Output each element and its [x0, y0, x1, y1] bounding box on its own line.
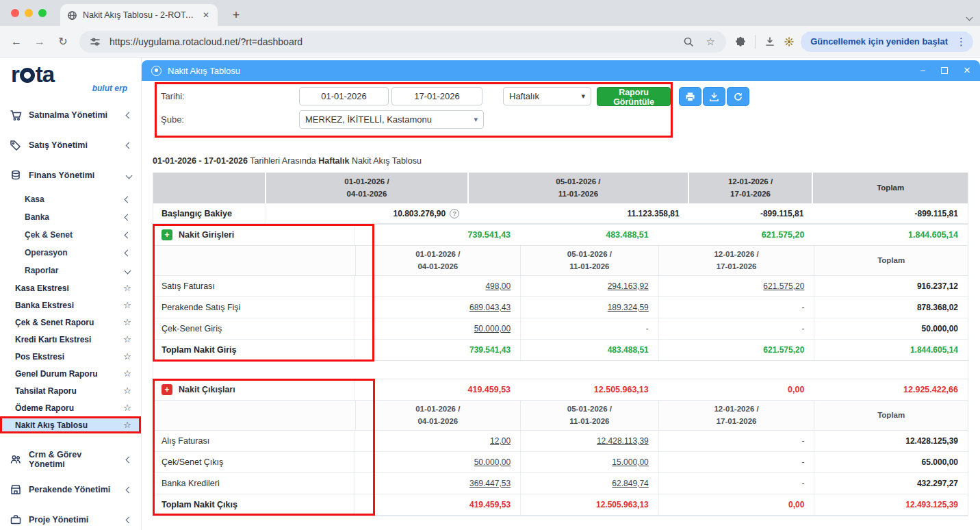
- browser-tab[interactable]: Nakit Akış Tablosu - 2-ROTA B ✕: [60, 4, 218, 26]
- cell-period-1: 12,00: [354, 431, 520, 451]
- sidebar-item-perakende[interactable]: Perakende Yönetimi: [0, 475, 141, 505]
- favorite-star-icon[interactable]: ☆: [123, 300, 131, 310]
- drilldown-link[interactable]: 498,00: [485, 281, 511, 291]
- expand-inflow-button[interactable]: +: [162, 229, 172, 240]
- inflow-summary-3: 621.575,20: [658, 225, 814, 245]
- forward-button[interactable]: →: [30, 32, 49, 51]
- drilldown-link[interactable]: 189.324,59: [608, 303, 649, 312]
- favorite-star-icon[interactable]: ☆: [123, 283, 131, 293]
- downloads-icon[interactable]: [762, 34, 777, 49]
- expand-outflow-button[interactable]: +: [162, 384, 172, 395]
- sidebar-item-raporlar[interactable]: Raporlar: [0, 262, 141, 279]
- favorite-star-icon[interactable]: ☆: [123, 386, 131, 396]
- section-title: Nakit Girişleri: [179, 230, 234, 240]
- favorite-star-icon[interactable]: ☆: [123, 317, 131, 327]
- sidebar-item-crm[interactable]: Crm & Görev Yönetimi: [0, 444, 141, 475]
- reload-button[interactable]: ↻: [53, 32, 73, 51]
- modal-close-button[interactable]: ×: [964, 64, 970, 77]
- cell-period-2: 483.488,51: [520, 340, 658, 360]
- sidebar-item-banka[interactable]: Banka: [0, 208, 141, 226]
- tab-close-icon[interactable]: ✕: [201, 10, 211, 20]
- favorite-star-icon[interactable]: ☆: [123, 420, 131, 430]
- coins-icon: [10, 169, 22, 181]
- cell-period-3: -: [658, 473, 814, 494]
- sidebar-item-genel-durum-raporu[interactable]: Genel Durum Raporu ☆: [0, 365, 141, 382]
- table-row: Çek-Senet Giriş 50.000,00 - - 50.000,00: [153, 318, 968, 340]
- cell-period-1: 369.447,53: [354, 473, 520, 494]
- sidebar-item-label: Kasa Ekstresi: [15, 283, 123, 293]
- favorite-star-icon[interactable]: ☆: [123, 351, 131, 362]
- view-report-button[interactable]: Raporu Görüntüle: [597, 87, 671, 106]
- browser-menu-kebab-icon[interactable]: ⋮: [953, 36, 969, 48]
- tab-search-chevron-icon[interactable]: [967, 10, 972, 23]
- site-settings-icon[interactable]: [88, 34, 103, 49]
- zoom-icon[interactable]: [681, 34, 696, 49]
- drilldown-link[interactable]: 12,00: [490, 436, 511, 446]
- modal-app-icon: [151, 66, 162, 76]
- drilldown-link[interactable]: 15.000,00: [612, 457, 648, 467]
- address-bar[interactable]: https://uygulama.rotacloud.net/?rt=dashb…: [79, 31, 726, 53]
- chevron-left-icon: [125, 231, 131, 238]
- gear-icon[interactable]: [782, 34, 797, 49]
- refresh-button[interactable]: [727, 87, 749, 106]
- sidebar-item-pos-ekstresi[interactable]: Pos Ekstresi ☆: [0, 348, 141, 365]
- drilldown-link[interactable]: 369.447,53: [469, 479, 511, 488]
- date-to-input[interactable]: [391, 87, 482, 105]
- sidebar-item-finans[interactable]: Finans Yönetimi: [0, 160, 141, 190]
- branch-select[interactable]: MERKEZ, İKİTELLİ, Kastamonu ▾: [299, 110, 484, 129]
- sidebar-item-operasyon[interactable]: Operasyon: [0, 244, 141, 262]
- drilldown-link[interactable]: 50.000,00: [474, 324, 511, 333]
- bookmark-star-icon[interactable]: ☆: [703, 34, 718, 49]
- back-button[interactable]: ←: [7, 32, 26, 51]
- cell-period-2: -: [520, 318, 658, 339]
- sidebar-item-cek-senet-raporu[interactable]: Çek & Senet Raporu ☆: [0, 314, 141, 331]
- opening-value-3: -899.115,81: [689, 203, 814, 223]
- sidebar-item-kredi-karti-ekstresi[interactable]: Kredi Kartı Ekstresi ☆: [0, 331, 141, 348]
- new-tab-button[interactable]: +: [227, 6, 245, 24]
- help-icon[interactable]: ?: [450, 209, 459, 218]
- inflow-summary-1: 739.541,43: [354, 225, 520, 245]
- header-total: Toplam: [813, 173, 968, 203]
- sidebar-item-kasa[interactable]: Kasa: [0, 190, 141, 208]
- maximize-window-button[interactable]: [38, 9, 47, 17]
- drilldown-link[interactable]: 294.163,92: [608, 281, 649, 291]
- sidebar-item-label: Banka: [25, 212, 125, 222]
- chevron-left-icon: [126, 456, 133, 463]
- drilldown-link[interactable]: 621.575,20: [763, 281, 804, 291]
- extensions-puzzle-icon[interactable]: [733, 34, 748, 49]
- modal-maximize-button[interactable]: [941, 67, 948, 74]
- cell-period-3: -: [658, 297, 814, 318]
- sidebar-item-satis[interactable]: Satış Yönetimi: [0, 130, 141, 160]
- drilldown-link[interactable]: 689.043,43: [469, 303, 511, 312]
- sidebar-item-nakit-akis-tablosu[interactable]: Nakit Akış Tablosu ☆: [0, 416, 141, 433]
- minimize-window-button[interactable]: [25, 9, 33, 17]
- report-caption: 01-01-2026 - 17-01-2026 Tarihleri Arasın…: [153, 156, 969, 167]
- sidebar-item-odeme-raporu[interactable]: Ödeme Raporu ☆: [0, 399, 141, 416]
- cell-period-2: 12.505.963,13: [520, 494, 658, 515]
- sidebar-item-label: Operasyon: [25, 248, 125, 257]
- cell-period-1: 498,00: [354, 276, 520, 296]
- section-title: Nakit Çıkışları: [179, 385, 235, 394]
- update-chrome-button[interactable]: Güncellemek için yeniden başlat ⋮: [801, 31, 973, 52]
- period-select[interactable]: Haftalık ▾: [503, 87, 591, 105]
- drilldown-link[interactable]: 62.849,74: [612, 479, 648, 488]
- drilldown-link[interactable]: 50.000,00: [474, 457, 511, 467]
- favorite-star-icon[interactable]: ☆: [123, 334, 131, 344]
- sidebar-item-kasa-ekstresi[interactable]: Kasa Ekstresi ☆: [0, 279, 141, 296]
- export-download-button[interactable]: [703, 87, 725, 106]
- close-window-button[interactable]: [11, 9, 19, 17]
- sidebar-item-proje[interactable]: Proje Yönetimi: [0, 505, 141, 530]
- branch-select-value: MERKEZ, İKİTELLİ, Kastamonu: [305, 114, 432, 125]
- favorite-star-icon[interactable]: ☆: [123, 403, 131, 413]
- subheader-period-3: 12-01-2026 /17-01-2026: [658, 401, 814, 430]
- modal-minimize-button[interactable]: −: [920, 65, 925, 76]
- sidebar-item-cek-senet[interactable]: Çek & Senet: [0, 226, 141, 244]
- sidebar-item-banka-ekstresi[interactable]: Banka Ekstresi ☆: [0, 296, 141, 314]
- print-button[interactable]: [679, 87, 701, 106]
- subheader-period-3: 12-01-2026 /17-01-2026: [658, 246, 814, 275]
- sidebar-item-tahsilat-raporu[interactable]: Tahsilat Raporu ☆: [0, 382, 141, 399]
- date-from-input[interactable]: [299, 87, 389, 105]
- drilldown-link[interactable]: 12.428.113,39: [597, 436, 649, 446]
- favorite-star-icon[interactable]: ☆: [123, 368, 131, 379]
- sidebar-item-satinalma[interactable]: Satınalma Yönetimi: [0, 100, 141, 130]
